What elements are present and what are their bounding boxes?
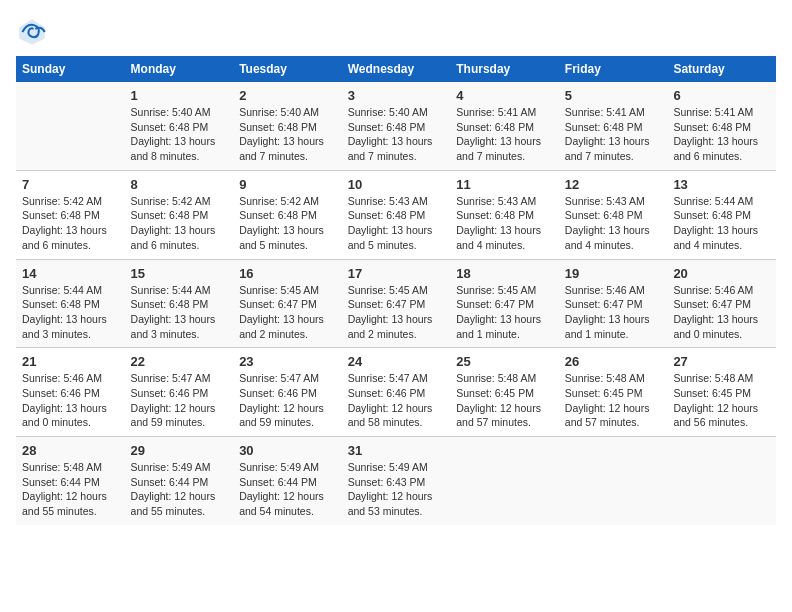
cell-week1-day3: 2Sunrise: 5:40 AMSunset: 6:48 PMDaylight… [233,82,342,170]
day-number: 19 [565,266,662,281]
header-saturday: Saturday [667,56,776,82]
day-number: 10 [348,177,445,192]
day-info: Sunrise: 5:41 AMSunset: 6:48 PMDaylight:… [456,105,553,164]
cell-week1-day2: 1Sunrise: 5:40 AMSunset: 6:48 PMDaylight… [125,82,234,170]
day-number: 11 [456,177,553,192]
day-number: 1 [131,88,228,103]
logo [16,16,52,48]
day-info: Sunrise: 5:41 AMSunset: 6:48 PMDaylight:… [673,105,770,164]
day-number: 21 [22,354,119,369]
header-friday: Friday [559,56,668,82]
day-info: Sunrise: 5:47 AMSunset: 6:46 PMDaylight:… [348,371,445,430]
cell-week3-day4: 17Sunrise: 5:45 AMSunset: 6:47 PMDayligh… [342,259,451,348]
cell-week1-day7: 6Sunrise: 5:41 AMSunset: 6:48 PMDaylight… [667,82,776,170]
header-tuesday: Tuesday [233,56,342,82]
logo-icon [16,16,48,48]
cell-week3-day1: 14Sunrise: 5:44 AMSunset: 6:48 PMDayligh… [16,259,125,348]
header-wednesday: Wednesday [342,56,451,82]
day-info: Sunrise: 5:42 AMSunset: 6:48 PMDaylight:… [131,194,228,253]
day-number: 25 [456,354,553,369]
week-row-3: 14Sunrise: 5:44 AMSunset: 6:48 PMDayligh… [16,259,776,348]
day-number: 14 [22,266,119,281]
cell-week3-day7: 20Sunrise: 5:46 AMSunset: 6:47 PMDayligh… [667,259,776,348]
day-number: 28 [22,443,119,458]
day-number: 7 [22,177,119,192]
calendar-header-row: SundayMondayTuesdayWednesdayThursdayFrid… [16,56,776,82]
week-row-5: 28Sunrise: 5:48 AMSunset: 6:44 PMDayligh… [16,437,776,525]
day-number: 27 [673,354,770,369]
calendar-table: SundayMondayTuesdayWednesdayThursdayFrid… [16,56,776,525]
day-number: 2 [239,88,336,103]
day-info: Sunrise: 5:46 AMSunset: 6:47 PMDaylight:… [565,283,662,342]
cell-week4-day7: 27Sunrise: 5:48 AMSunset: 6:45 PMDayligh… [667,348,776,437]
day-number: 24 [348,354,445,369]
day-number: 22 [131,354,228,369]
page-header [16,16,776,48]
day-info: Sunrise: 5:44 AMSunset: 6:48 PMDaylight:… [22,283,119,342]
day-info: Sunrise: 5:46 AMSunset: 6:46 PMDaylight:… [22,371,119,430]
day-number: 8 [131,177,228,192]
day-number: 6 [673,88,770,103]
day-info: Sunrise: 5:45 AMSunset: 6:47 PMDaylight:… [348,283,445,342]
cell-week2-day3: 9Sunrise: 5:42 AMSunset: 6:48 PMDaylight… [233,170,342,259]
day-info: Sunrise: 5:44 AMSunset: 6:48 PMDaylight:… [673,194,770,253]
day-info: Sunrise: 5:46 AMSunset: 6:47 PMDaylight:… [673,283,770,342]
cell-week2-day1: 7Sunrise: 5:42 AMSunset: 6:48 PMDaylight… [16,170,125,259]
day-info: Sunrise: 5:45 AMSunset: 6:47 PMDaylight:… [456,283,553,342]
cell-week5-day1: 28Sunrise: 5:48 AMSunset: 6:44 PMDayligh… [16,437,125,525]
cell-week4-day5: 25Sunrise: 5:48 AMSunset: 6:45 PMDayligh… [450,348,559,437]
cell-week2-day4: 10Sunrise: 5:43 AMSunset: 6:48 PMDayligh… [342,170,451,259]
cell-week3-day2: 15Sunrise: 5:44 AMSunset: 6:48 PMDayligh… [125,259,234,348]
cell-week4-day6: 26Sunrise: 5:48 AMSunset: 6:45 PMDayligh… [559,348,668,437]
cell-week1-day1 [16,82,125,170]
header-sunday: Sunday [16,56,125,82]
day-number: 15 [131,266,228,281]
cell-week2-day2: 8Sunrise: 5:42 AMSunset: 6:48 PMDaylight… [125,170,234,259]
week-row-2: 7Sunrise: 5:42 AMSunset: 6:48 PMDaylight… [16,170,776,259]
day-number: 31 [348,443,445,458]
day-info: Sunrise: 5:48 AMSunset: 6:45 PMDaylight:… [456,371,553,430]
cell-week5-day7 [667,437,776,525]
day-number: 5 [565,88,662,103]
day-number: 4 [456,88,553,103]
day-number: 13 [673,177,770,192]
day-info: Sunrise: 5:48 AMSunset: 6:45 PMDaylight:… [673,371,770,430]
cell-week5-day4: 31Sunrise: 5:49 AMSunset: 6:43 PMDayligh… [342,437,451,525]
cell-week5-day2: 29Sunrise: 5:49 AMSunset: 6:44 PMDayligh… [125,437,234,525]
cell-week3-day6: 19Sunrise: 5:46 AMSunset: 6:47 PMDayligh… [559,259,668,348]
header-thursday: Thursday [450,56,559,82]
day-number: 30 [239,443,336,458]
week-row-1: 1Sunrise: 5:40 AMSunset: 6:48 PMDaylight… [16,82,776,170]
day-info: Sunrise: 5:40 AMSunset: 6:48 PMDaylight:… [239,105,336,164]
day-info: Sunrise: 5:49 AMSunset: 6:44 PMDaylight:… [239,460,336,519]
day-number: 17 [348,266,445,281]
header-monday: Monday [125,56,234,82]
cell-week4-day3: 23Sunrise: 5:47 AMSunset: 6:46 PMDayligh… [233,348,342,437]
cell-week3-day3: 16Sunrise: 5:45 AMSunset: 6:47 PMDayligh… [233,259,342,348]
day-info: Sunrise: 5:47 AMSunset: 6:46 PMDaylight:… [239,371,336,430]
cell-week5-day6 [559,437,668,525]
day-number: 9 [239,177,336,192]
cell-week2-day6: 12Sunrise: 5:43 AMSunset: 6:48 PMDayligh… [559,170,668,259]
day-number: 23 [239,354,336,369]
day-number: 26 [565,354,662,369]
cell-week3-day5: 18Sunrise: 5:45 AMSunset: 6:47 PMDayligh… [450,259,559,348]
day-info: Sunrise: 5:43 AMSunset: 6:48 PMDaylight:… [456,194,553,253]
day-info: Sunrise: 5:41 AMSunset: 6:48 PMDaylight:… [565,105,662,164]
cell-week1-day5: 4Sunrise: 5:41 AMSunset: 6:48 PMDaylight… [450,82,559,170]
cell-week5-day5 [450,437,559,525]
day-info: Sunrise: 5:49 AMSunset: 6:44 PMDaylight:… [131,460,228,519]
day-number: 12 [565,177,662,192]
day-info: Sunrise: 5:43 AMSunset: 6:48 PMDaylight:… [348,194,445,253]
cell-week1-day4: 3Sunrise: 5:40 AMSunset: 6:48 PMDaylight… [342,82,451,170]
day-info: Sunrise: 5:43 AMSunset: 6:48 PMDaylight:… [565,194,662,253]
day-info: Sunrise: 5:42 AMSunset: 6:48 PMDaylight:… [22,194,119,253]
day-number: 29 [131,443,228,458]
day-info: Sunrise: 5:49 AMSunset: 6:43 PMDaylight:… [348,460,445,519]
cell-week1-day6: 5Sunrise: 5:41 AMSunset: 6:48 PMDaylight… [559,82,668,170]
cell-week2-day5: 11Sunrise: 5:43 AMSunset: 6:48 PMDayligh… [450,170,559,259]
day-number: 18 [456,266,553,281]
day-info: Sunrise: 5:40 AMSunset: 6:48 PMDaylight:… [131,105,228,164]
cell-week4-day2: 22Sunrise: 5:47 AMSunset: 6:46 PMDayligh… [125,348,234,437]
day-info: Sunrise: 5:40 AMSunset: 6:48 PMDaylight:… [348,105,445,164]
